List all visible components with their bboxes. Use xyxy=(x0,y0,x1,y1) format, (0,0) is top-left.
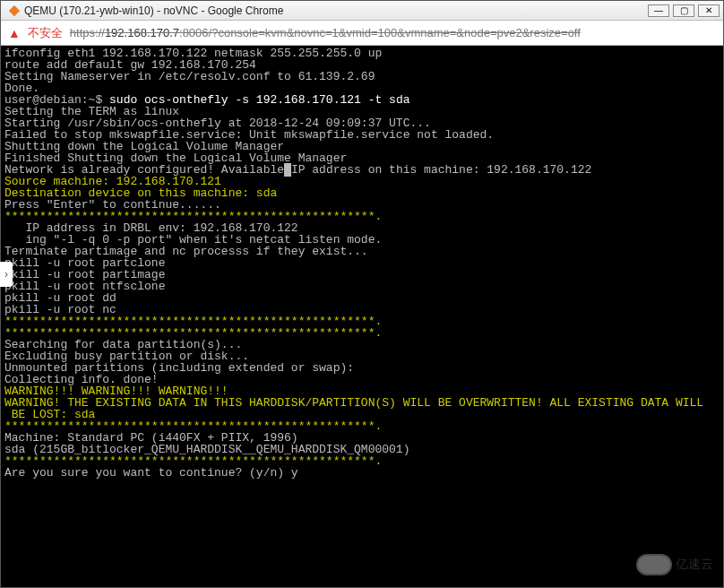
minimize-button[interactable]: — xyxy=(648,4,669,17)
window-icon xyxy=(8,4,21,17)
window-title: QEMU (170.21-ywb-win10) - noVNC - Google… xyxy=(24,4,648,17)
address-bar[interactable]: ▲ 不安全 https://192.168.170.7:8006/?consol… xyxy=(1,21,723,46)
watermark: 亿速云 xyxy=(636,549,717,581)
cloud-icon xyxy=(636,554,672,575)
terminal-line: Are you sure you want to continue? (y/n)… xyxy=(4,467,720,479)
svg-marker-0 xyxy=(9,4,20,15)
warning-icon: ▲ xyxy=(8,26,21,40)
watermark-text: 亿速云 xyxy=(676,557,713,573)
maximize-button[interactable]: ▢ xyxy=(673,4,694,17)
terminal-line: Setting Nameserver in /etc/resolv.conf t… xyxy=(4,71,720,82)
url-path: :8006/?console=kvm&novnc=1&vmid=100&vmna… xyxy=(179,26,581,39)
titlebar[interactable]: QEMU (170.21-ywb-win10) - noVNC - Google… xyxy=(1,1,723,21)
terminal-output[interactable]: ifconfig eth1 192.168.170.122 netmask 25… xyxy=(1,46,723,587)
close-button[interactable]: ✕ xyxy=(698,4,720,17)
browser-window: QEMU (170.21-ywb-win10) - noVNC - Google… xyxy=(0,0,724,588)
url-scheme: https:// xyxy=(70,26,105,39)
url-host: 192.168.170.7 xyxy=(105,26,179,39)
url-text[interactable]: https://192.168.170.7:8006/?console=kvm&… xyxy=(70,26,581,39)
terminal-line: WARNING! THE EXISTING DATA IN THIS HARDD… xyxy=(4,397,720,409)
novnc-side-tab[interactable]: › xyxy=(0,262,13,287)
window-buttons: — ▢ ✕ xyxy=(648,4,720,17)
insecure-label: 不安全 xyxy=(28,25,63,41)
